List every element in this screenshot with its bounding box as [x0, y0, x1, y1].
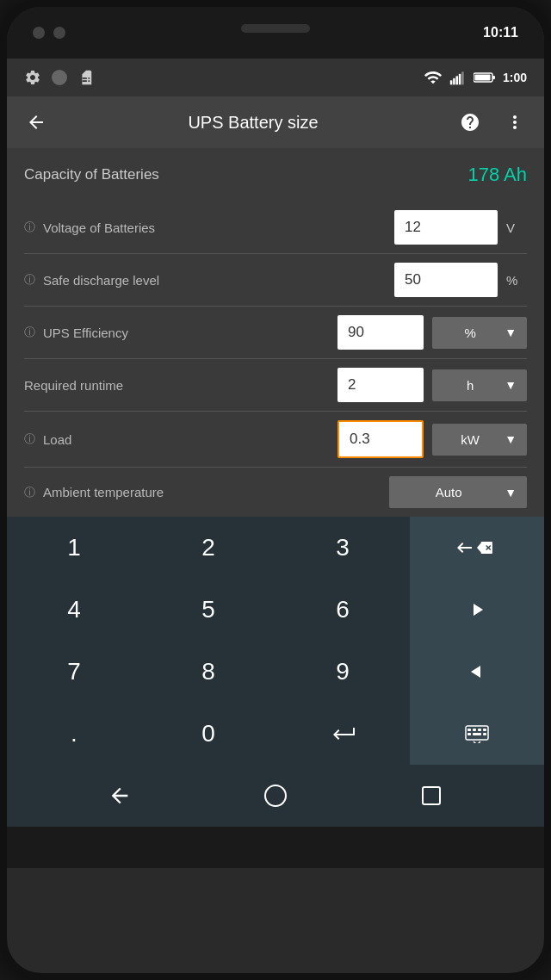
result-label: Capacity of Batteries — [24, 166, 159, 183]
safe-discharge-info-icon[interactable]: ⓘ — [24, 272, 38, 288]
svg-rect-16 — [483, 733, 486, 735]
load-unit-text: kW — [443, 432, 498, 447]
required-runtime-unit-text: h — [443, 378, 498, 393]
nav-recent-button[interactable] — [410, 774, 453, 817]
app-title: UPS Battery size — [65, 113, 441, 133]
svg-rect-1 — [453, 78, 455, 85]
voltage-row: ⓘ Voltage of Batteries V — [7, 202, 544, 253]
signal-icon — [449, 69, 467, 86]
ambient-temp-label: Ambient temperature — [43, 485, 164, 499]
svg-rect-14 — [467, 733, 471, 735]
svg-rect-12 — [478, 729, 481, 731]
numpad-row-2: 4 5 6 — [7, 579, 544, 641]
more-button[interactable] — [499, 107, 530, 138]
sim-icon — [77, 69, 95, 86]
required-runtime-dropdown-arrow: ▼ — [505, 378, 517, 392]
safe-discharge-unit: % — [506, 273, 527, 288]
numpad-3[interactable]: 3 — [276, 517, 410, 579]
svg-rect-4 — [461, 71, 464, 84]
numpad-row-3: 7 8 9 — [7, 641, 544, 703]
svg-rect-10 — [467, 729, 471, 731]
status-right: 1:00 — [424, 68, 527, 87]
svg-rect-2 — [455, 76, 458, 84]
help-button[interactable] — [455, 107, 486, 138]
svg-rect-6 — [492, 76, 495, 79]
nav-back-button[interactable] — [98, 774, 141, 817]
numpad-0[interactable]: 0 — [141, 703, 276, 765]
ups-efficiency-info-icon[interactable]: ⓘ — [24, 325, 38, 340]
numpad-5[interactable]: 5 — [141, 579, 276, 641]
status-bar: 1:00 — [7, 59, 544, 96]
nav-home-button[interactable] — [254, 774, 297, 817]
voltage-unit: V — [506, 220, 527, 235]
ups-efficiency-row: ⓘ UPS Efficiency % ▼ — [7, 307, 544, 358]
numpad-row-1: 1 2 3 — [7, 517, 544, 579]
bottom-nav — [7, 765, 544, 827]
svg-rect-13 — [483, 729, 486, 731]
ambient-temp-row: ⓘ Ambient temperature Auto ▼ — [7, 468, 544, 517]
safe-discharge-row: ⓘ Safe discharge level % — [7, 254, 544, 306]
safe-discharge-label: Safe discharge level — [43, 273, 159, 288]
numpad-7[interactable]: 7 — [7, 641, 141, 703]
load-input[interactable] — [337, 420, 424, 458]
svg-rect-3 — [459, 74, 461, 85]
svg-rect-0 — [450, 80, 453, 84]
ambient-temp-value: Auto — [399, 485, 498, 499]
numpad-8[interactable]: 8 — [141, 641, 276, 703]
back-button[interactable] — [21, 107, 52, 138]
voltage-input[interactable] — [394, 210, 498, 245]
numpad-keyboard-switch[interactable] — [410, 703, 544, 765]
phone-top-bar: 10:11 — [7, 7, 544, 59]
numpad-6[interactable]: 6 — [276, 579, 410, 641]
status-time: 1:00 — [503, 71, 527, 84]
numpad-row-4: . 0 — [7, 703, 544, 765]
numpad-forward[interactable] — [410, 579, 544, 641]
ambient-temp-info-icon[interactable]: ⓘ — [24, 485, 38, 500]
app-bar: UPS Battery size — [7, 96, 544, 148]
load-row: ⓘ Load kW ▼ — [7, 412, 544, 467]
wifi-icon — [424, 68, 443, 87]
numpad-backspace[interactable] — [410, 517, 544, 579]
numpad-1[interactable]: 1 — [7, 517, 141, 579]
phone-bottom-bar — [7, 827, 544, 868]
status-left-icons — [24, 69, 95, 86]
load-unit-dropdown[interactable]: kW ▼ — [432, 424, 527, 456]
required-runtime-row: Required runtime h ▼ — [7, 359, 544, 411]
numpad-backward[interactable] — [410, 641, 544, 703]
voltage-info-icon[interactable]: ⓘ — [24, 220, 38, 235]
ambient-temp-dropdown-arrow: ▼ — [505, 486, 517, 499]
load-info-icon[interactable]: ⓘ — [24, 431, 38, 447]
ups-efficiency-dropdown-arrow: ▼ — [505, 326, 517, 339]
ups-efficiency-label: UPS Efficiency — [43, 326, 128, 340]
numpad-dot[interactable]: . — [7, 703, 141, 765]
ups-efficiency-input[interactable] — [337, 315, 424, 350]
voltage-label: Voltage of Batteries — [43, 220, 155, 235]
numpad-enter[interactable] — [276, 703, 410, 765]
form-area: ⓘ Voltage of Batteries V ⓘ Safe discharg… — [7, 202, 544, 517]
svg-rect-7 — [474, 75, 490, 81]
safe-discharge-input[interactable] — [394, 263, 498, 297]
top-time: 10:11 — [483, 25, 518, 40]
ambient-temp-dropdown[interactable]: Auto ▼ — [389, 476, 527, 508]
numpad-2[interactable]: 2 — [141, 517, 276, 579]
ups-efficiency-unit-text: % — [443, 326, 498, 340]
load-label: Load — [43, 432, 71, 447]
dot-icon — [52, 70, 67, 85]
result-bar: Capacity of Batteries 178 Ah — [7, 148, 544, 202]
numpad: 1 2 3 4 5 6 — [7, 517, 544, 765]
svg-rect-11 — [473, 729, 476, 731]
required-runtime-label: Required runtime — [24, 378, 123, 393]
result-value: 178 Ah — [467, 164, 527, 186]
battery-icon — [474, 69, 496, 86]
phone-frame: 10:11 — [0, 0, 551, 980]
numpad-9[interactable]: 9 — [276, 641, 410, 703]
required-runtime-input[interactable] — [337, 368, 424, 402]
gear-icon — [24, 69, 41, 86]
required-runtime-unit-dropdown[interactable]: h ▼ — [432, 369, 527, 401]
top-left-icons — [33, 27, 65, 39]
svg-rect-15 — [473, 733, 481, 735]
load-dropdown-arrow: ▼ — [505, 432, 517, 446]
numpad-4[interactable]: 4 — [7, 579, 141, 641]
ups-efficiency-unit-dropdown[interactable]: % ▼ — [432, 317, 527, 349]
